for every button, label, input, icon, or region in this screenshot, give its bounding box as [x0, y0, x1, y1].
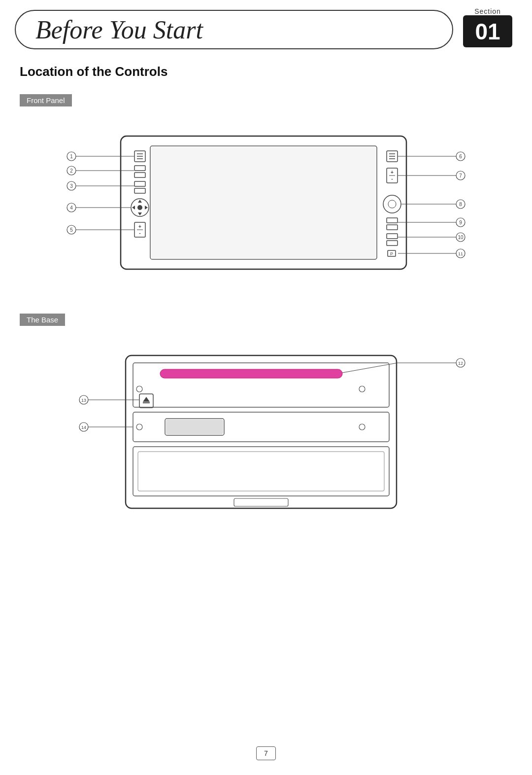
svg-text:6: 6: [459, 154, 462, 159]
base-diagram: 12 13 14: [20, 336, 512, 528]
svg-point-29: [383, 195, 401, 213]
svg-text:9: 9: [459, 220, 462, 225]
svg-text:+: +: [391, 170, 394, 175]
svg-point-82: [359, 424, 365, 430]
svg-marker-13: [138, 212, 142, 215]
base-section: The Base: [20, 314, 512, 528]
section-number: 01: [463, 15, 512, 47]
svg-text:4: 4: [70, 205, 73, 211]
section-badge: Section 01: [458, 7, 517, 47]
svg-rect-85: [234, 498, 288, 506]
svg-rect-32: [387, 225, 398, 230]
svg-point-81: [136, 424, 142, 430]
svg-point-30: [388, 200, 396, 208]
svg-rect-84: [138, 452, 384, 491]
svg-text:2: 2: [70, 168, 73, 174]
svg-text:14: 14: [81, 425, 86, 430]
svg-text:-: -: [139, 230, 140, 236]
svg-text:-: -: [391, 176, 393, 181]
svg-text:8: 8: [459, 202, 462, 207]
front-panel-section: Front Panel: [20, 94, 512, 289]
svg-rect-7: [134, 166, 145, 171]
section-label: Section: [474, 7, 501, 15]
svg-point-77: [359, 386, 365, 392]
svg-rect-34: [387, 241, 398, 246]
section-heading: Location of the Controls: [20, 64, 512, 79]
svg-text:12: 12: [458, 361, 463, 366]
page-header: Before You Start Section 01: [0, 0, 532, 59]
title-bar: Before You Start: [15, 10, 453, 49]
svg-rect-2: [151, 147, 376, 258]
svg-rect-83: [133, 447, 389, 496]
front-panel-svg: + - + -: [57, 121, 475, 284]
svg-text:5: 5: [70, 227, 73, 233]
svg-text:+: +: [138, 224, 141, 229]
svg-point-76: [136, 386, 142, 392]
svg-rect-33: [387, 234, 398, 239]
svg-text:1: 1: [70, 154, 73, 159]
svg-marker-14: [132, 206, 135, 210]
svg-text:11: 11: [458, 251, 463, 256]
svg-rect-10: [134, 188, 145, 193]
svg-text:3: 3: [70, 183, 73, 189]
front-panel-diagram: + - + -: [20, 116, 512, 289]
svg-text:7: 7: [459, 173, 462, 178]
svg-text:13: 13: [81, 398, 86, 403]
svg-marker-74: [143, 397, 150, 402]
svg-rect-31: [387, 218, 398, 223]
svg-marker-15: [145, 206, 148, 210]
page-number: 7: [256, 746, 276, 760]
content-area: Location of the Controls Front Panel: [20, 64, 512, 528]
svg-point-16: [137, 205, 142, 210]
svg-text:P: P: [390, 251, 393, 256]
svg-rect-8: [134, 173, 145, 177]
svg-rect-80: [166, 420, 223, 434]
svg-rect-72: [160, 369, 342, 378]
base-svg: 12 13 14: [57, 341, 475, 523]
svg-marker-12: [138, 200, 142, 203]
front-panel-label: Front Panel: [20, 94, 72, 106]
base-label: The Base: [20, 314, 65, 326]
svg-rect-9: [134, 181, 145, 186]
page-title: Before You Start: [35, 15, 203, 44]
svg-text:10: 10: [458, 235, 464, 240]
